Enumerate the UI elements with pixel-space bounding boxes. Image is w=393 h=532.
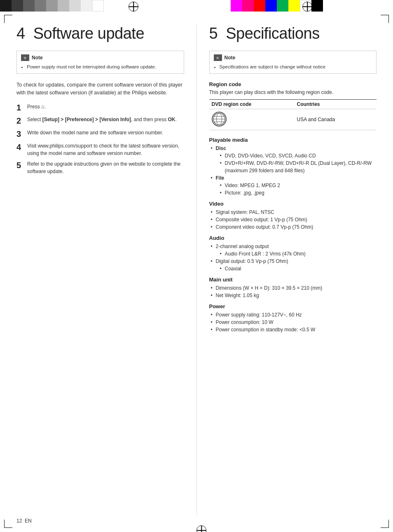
specs-note-header: Note bbox=[214, 54, 372, 61]
dvd-region-icon-cell bbox=[209, 109, 295, 130]
step-1: 1 Press ⌂. bbox=[16, 103, 184, 112]
disc-item-1: DVD, DVD-Video, VCD, SVCD, Audio CD bbox=[216, 152, 377, 159]
power-list: Power supply rating: 110-127V~, 60 Hz Po… bbox=[209, 311, 377, 333]
page-footer: 12 EN bbox=[16, 518, 32, 524]
software-note-content: Power supply must not be interrupted dur… bbox=[21, 63, 180, 70]
video-title: Video bbox=[209, 201, 377, 207]
step-1-text: Press ⌂. bbox=[27, 103, 184, 111]
step-3-text: Write down the model name and the softwa… bbox=[27, 129, 184, 136]
video-item-1: Signal system: PAL, NTSC bbox=[209, 209, 377, 216]
disc-sub-list: DVD, DVD-Video, VCD, SVCD, Audio CD DVD+… bbox=[216, 152, 377, 174]
dvd-region-table: DVD region code Countries bbox=[209, 99, 377, 130]
corner-mark-top-left bbox=[4, 15, 12, 23]
video-item-2: Composite video output: 1 Vp-p (75 Ohm) bbox=[209, 216, 377, 223]
step-5-number: 5 bbox=[16, 160, 24, 170]
step-4: 4 Visit www.philips.com/support to check… bbox=[16, 142, 184, 157]
section-4-text: Software update bbox=[33, 25, 144, 42]
video-list: Signal system: PAL, NTSC Composite video… bbox=[209, 209, 377, 231]
audio-list: 2-channel analog output Audio Front L&R … bbox=[209, 243, 377, 272]
specs-note-title: Note bbox=[225, 55, 236, 61]
main-unit-item-1: Dimensions (W × H × D): 310 × 39.5 × 210… bbox=[209, 284, 377, 292]
power-title: Power bbox=[209, 303, 377, 309]
file-sub-list: Video: MPEG 1, MPEG 2 Picture: .jpg, .jp… bbox=[216, 182, 377, 197]
right-column: 5 Specifications Note Specifications are… bbox=[209, 21, 377, 516]
left-column: 4 Software update Note Power supply must… bbox=[16, 21, 184, 516]
audio-item-1: 2-channel analog output Audio Front L&R … bbox=[209, 243, 377, 258]
audio-sub-list-2: Coaxial bbox=[216, 265, 377, 272]
audio-sub-list-1: Audio Front L&R : 2 Vrms (47k Ohm) bbox=[216, 250, 377, 258]
page-lang: EN bbox=[25, 518, 32, 524]
page-content: 4 Software update Note Power supply must… bbox=[16, 21, 377, 516]
specs-note-content: Specifications are subject to change wit… bbox=[214, 63, 372, 70]
playable-media-list: Disc DVD, DVD-Video, VCD, SVCD, Audio CD… bbox=[209, 145, 377, 197]
audio-sub-item-1: Audio Front L&R : 2 Vrms (47k Ohm) bbox=[216, 250, 377, 258]
video-item-3: Component video output: 0.7 Vp-p (75 Ohm… bbox=[209, 223, 377, 231]
dvd-table-col2: Countries bbox=[294, 99, 377, 109]
step-4-number: 4 bbox=[16, 142, 24, 152]
color-bars bbox=[0, 0, 393, 12]
step-2-number: 2 bbox=[16, 116, 24, 126]
page-number: 12 bbox=[16, 518, 22, 524]
main-unit-item-2: Net Weight: 1.05 kg bbox=[209, 292, 377, 299]
corner-mark-top-right bbox=[381, 15, 389, 23]
audio-sub-item-2: Coaxial bbox=[216, 265, 377, 272]
section-5-number: 5 bbox=[209, 25, 218, 42]
corner-mark-bottom-left bbox=[4, 520, 12, 528]
step-3-number: 3 bbox=[16, 129, 24, 139]
dvd-table-col1: DVD region code bbox=[209, 99, 295, 109]
step-2: 2 Select [Setup] > [Preference] > [Versi… bbox=[16, 116, 184, 126]
media-file: File Video: MPEG 1, MPEG 2 Picture: .jpg… bbox=[209, 174, 377, 197]
home-icon: ⌂ bbox=[41, 103, 44, 110]
table-row: USA and Canada bbox=[209, 109, 377, 130]
section-4-number: 4 bbox=[16, 25, 25, 42]
main-unit-list: Dimensions (W × H × D): 310 × 39.5 × 210… bbox=[209, 284, 377, 299]
step-5: 5 Refer to the upgrade instructions give… bbox=[16, 160, 184, 175]
note-icon bbox=[21, 54, 29, 61]
specs-note-item-1: Specifications are subject to change wit… bbox=[220, 63, 372, 70]
color-bars-left bbox=[0, 0, 124, 12]
step-3: 3 Write down the model name and the soft… bbox=[16, 129, 184, 139]
software-note-title: Note bbox=[32, 55, 43, 61]
software-body-text: To check for updates, compare the curren… bbox=[16, 81, 184, 97]
media-disc: Disc DVD, DVD-Video, VCD, SVCD, Audio CD… bbox=[209, 145, 377, 174]
step-2-text: Select [Setup] > [Preference] > [Version… bbox=[27, 116, 184, 123]
step-5-text: Refer to the upgrade instructions given … bbox=[27, 160, 184, 175]
corner-mark-bottom-right bbox=[381, 520, 389, 528]
software-note-box: Note Power supply must not be interrupte… bbox=[16, 51, 184, 74]
section-5-text: Specifications bbox=[226, 25, 319, 42]
playable-media-title: Playable media bbox=[209, 137, 377, 143]
power-item-1: Power supply rating: 110-127V~, 60 Hz bbox=[209, 311, 377, 319]
section-5-title: 5 Specifications bbox=[209, 25, 377, 42]
specs-note-icon bbox=[214, 54, 222, 61]
power-item-2: Power consumption: 10 W bbox=[209, 319, 377, 326]
audio-title: Audio bbox=[209, 235, 377, 241]
file-item-1: Video: MPEG 1, MPEG 2 bbox=[216, 182, 377, 189]
software-note-header: Note bbox=[21, 54, 180, 61]
audio-item-2: Digital output: 0.5 Vp-p (75 Ohm) Coaxia… bbox=[209, 258, 377, 272]
specs-note-box: Note Specifications are subject to chang… bbox=[209, 51, 377, 74]
column-divider bbox=[196, 25, 197, 516]
dvd-region-country: USA and Canada bbox=[294, 109, 377, 130]
software-note-item-1: Power supply must not be interrupted dur… bbox=[27, 63, 180, 70]
software-steps: 1 Press ⌂. 2 Select [Setup] > [Preferenc… bbox=[16, 103, 184, 175]
power-item-3: Power consumption in standby mode: <0.5 … bbox=[209, 326, 377, 333]
globe-icon bbox=[212, 112, 227, 127]
file-item-2: Picture: .jpg, .jpeg bbox=[216, 189, 377, 197]
main-unit-title: Main unit bbox=[209, 277, 377, 283]
step-1-number: 1 bbox=[16, 103, 24, 112]
region-code-title: Region code bbox=[209, 81, 377, 87]
section-4-title: 4 Software update bbox=[16, 25, 184, 42]
step-4-text: Visit www.philips.com/support to check f… bbox=[27, 142, 184, 157]
region-code-desc: This player can play discs with the foll… bbox=[209, 89, 377, 96]
disc-item-2: DVD+R/+RW, DVD-R/-RW, DVD+R/-R DL (Dual … bbox=[216, 159, 377, 174]
